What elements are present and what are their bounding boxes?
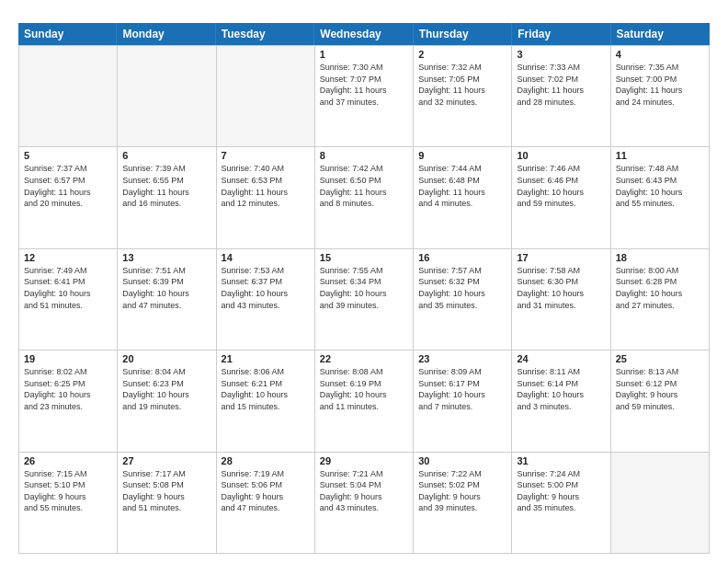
weekday-header-saturday: Saturday [611, 23, 710, 45]
day-number: 7 [222, 150, 310, 161]
calendar-week-2: 5Sunrise: 7:37 AMSunset: 6:57 PMDaylight… [18, 147, 710, 248]
day-number: 10 [517, 150, 605, 161]
day-number: 5 [24, 150, 112, 161]
day-cell-15: 15Sunrise: 7:55 AMSunset: 6:34 PMDayligh… [315, 249, 414, 350]
day-cell-2: 2Sunrise: 7:32 AMSunset: 7:05 PMDaylight… [414, 46, 512, 146]
day-cell-28: 28Sunrise: 7:19 AMSunset: 5:06 PMDayligh… [217, 453, 315, 553]
day-cell-25: 25Sunrise: 8:13 AMSunset: 6:12 PMDayligh… [611, 350, 710, 451]
weekday-header-thursday: Thursday [414, 23, 512, 45]
day-number: 19 [24, 353, 112, 364]
day-info: Sunrise: 7:22 AMSunset: 5:02 PMDaylight:… [418, 468, 506, 514]
day-cell-17: 17Sunrise: 7:58 AMSunset: 6:30 PMDayligh… [512, 249, 610, 350]
calendar-week-3: 12Sunrise: 7:49 AMSunset: 6:41 PMDayligh… [18, 249, 710, 350]
day-info: Sunrise: 7:49 AMSunset: 6:41 PMDaylight:… [24, 265, 112, 311]
weekday-header-tuesday: Tuesday [216, 23, 314, 45]
day-info: Sunrise: 7:42 AMSunset: 6:50 PMDaylight:… [320, 163, 408, 209]
day-number: 23 [418, 353, 506, 364]
day-info: Sunrise: 7:48 AMSunset: 6:43 PMDaylight:… [616, 163, 704, 209]
empty-cell [217, 46, 315, 146]
day-cell-1: 1Sunrise: 7:30 AMSunset: 7:07 PMDaylight… [315, 46, 414, 146]
day-number: 25 [616, 353, 704, 364]
day-info: Sunrise: 7:32 AMSunset: 7:05 PMDaylight:… [418, 62, 506, 108]
day-info: Sunrise: 8:09 AMSunset: 6:17 PMDaylight:… [418, 366, 506, 412]
day-cell-30: 30Sunrise: 7:22 AMSunset: 5:02 PMDayligh… [414, 453, 512, 553]
day-info: Sunrise: 7:53 AMSunset: 6:37 PMDaylight:… [222, 265, 310, 311]
day-number: 16 [418, 252, 506, 263]
day-number: 21 [222, 353, 310, 364]
day-number: 28 [222, 455, 310, 466]
day-cell-20: 20Sunrise: 8:04 AMSunset: 6:23 PMDayligh… [118, 350, 216, 451]
day-number: 24 [517, 353, 605, 364]
day-cell-9: 9Sunrise: 7:44 AMSunset: 6:48 PMDaylight… [414, 147, 512, 247]
day-cell-18: 18Sunrise: 8:00 AMSunset: 6:28 PMDayligh… [611, 249, 710, 350]
calendar-body: 1Sunrise: 7:30 AMSunset: 7:07 PMDaylight… [18, 45, 710, 554]
day-info: Sunrise: 7:15 AMSunset: 5:10 PMDaylight:… [24, 468, 112, 514]
day-cell-4: 4Sunrise: 7:35 AMSunset: 7:00 PMDaylight… [611, 46, 710, 146]
weekday-header-wednesday: Wednesday [314, 23, 413, 45]
day-number: 11 [616, 150, 704, 161]
calendar-week-5: 26Sunrise: 7:15 AMSunset: 5:10 PMDayligh… [18, 453, 710, 554]
day-info: Sunrise: 8:06 AMSunset: 6:21 PMDaylight:… [222, 366, 310, 412]
day-cell-10: 10Sunrise: 7:46 AMSunset: 6:46 PMDayligh… [512, 147, 610, 247]
day-info: Sunrise: 8:04 AMSunset: 6:23 PMDaylight:… [122, 366, 210, 412]
day-cell-11: 11Sunrise: 7:48 AMSunset: 6:43 PMDayligh… [611, 147, 710, 247]
calendar-header: SundayMondayTuesdayWednesdayThursdayFrid… [18, 23, 710, 45]
day-number: 9 [418, 150, 506, 161]
day-cell-26: 26Sunrise: 7:15 AMSunset: 5:10 PMDayligh… [19, 453, 118, 553]
calendar-week-1: 1Sunrise: 7:30 AMSunset: 7:07 PMDaylight… [18, 45, 710, 147]
day-cell-23: 23Sunrise: 8:09 AMSunset: 6:17 PMDayligh… [414, 350, 512, 451]
calendar-week-4: 19Sunrise: 8:02 AMSunset: 6:25 PMDayligh… [18, 350, 710, 452]
day-number: 8 [320, 150, 408, 161]
day-info: Sunrise: 7:19 AMSunset: 5:06 PMDaylight:… [222, 468, 310, 514]
day-cell-3: 3Sunrise: 7:33 AMSunset: 7:02 PMDaylight… [512, 46, 610, 146]
day-cell-14: 14Sunrise: 7:53 AMSunset: 6:37 PMDayligh… [217, 249, 315, 350]
day-info: Sunrise: 7:24 AMSunset: 5:00 PMDaylight:… [517, 468, 605, 514]
day-number: 12 [24, 252, 112, 263]
day-info: Sunrise: 7:35 AMSunset: 7:00 PMDaylight:… [616, 62, 704, 108]
day-number: 14 [222, 252, 310, 263]
day-number: 27 [122, 455, 210, 466]
empty-cell [611, 453, 710, 553]
day-number: 1 [320, 49, 408, 60]
day-number: 30 [418, 455, 506, 466]
day-info: Sunrise: 7:46 AMSunset: 6:46 PMDaylight:… [517, 163, 605, 209]
day-cell-5: 5Sunrise: 7:37 AMSunset: 6:57 PMDaylight… [19, 147, 118, 247]
day-number: 17 [517, 252, 605, 263]
day-cell-12: 12Sunrise: 7:49 AMSunset: 6:41 PMDayligh… [19, 249, 118, 350]
day-cell-16: 16Sunrise: 7:57 AMSunset: 6:32 PMDayligh… [414, 249, 512, 350]
day-number: 6 [122, 150, 210, 161]
weekday-header-friday: Friday [512, 23, 610, 45]
day-info: Sunrise: 8:02 AMSunset: 6:25 PMDaylight:… [24, 366, 112, 412]
day-number: 22 [320, 353, 408, 364]
day-info: Sunrise: 7:17 AMSunset: 5:08 PMDaylight:… [122, 468, 210, 514]
day-number: 4 [616, 49, 704, 60]
day-info: Sunrise: 7:55 AMSunset: 6:34 PMDaylight:… [320, 265, 408, 311]
day-number: 18 [616, 252, 704, 263]
empty-cell [19, 46, 118, 146]
day-cell-19: 19Sunrise: 8:02 AMSunset: 6:25 PMDayligh… [19, 350, 118, 451]
day-number: 13 [122, 252, 210, 263]
day-info: Sunrise: 7:51 AMSunset: 6:39 PMDaylight:… [122, 265, 210, 311]
day-info: Sunrise: 7:58 AMSunset: 6:30 PMDaylight:… [517, 265, 605, 311]
day-cell-13: 13Sunrise: 7:51 AMSunset: 6:39 PMDayligh… [118, 249, 216, 350]
day-number: 3 [517, 49, 605, 60]
day-info: Sunrise: 7:21 AMSunset: 5:04 PMDaylight:… [320, 468, 408, 514]
day-info: Sunrise: 7:30 AMSunset: 7:07 PMDaylight:… [320, 62, 408, 108]
day-info: Sunrise: 8:08 AMSunset: 6:19 PMDaylight:… [320, 366, 408, 412]
weekday-header-sunday: Sunday [18, 23, 117, 45]
day-info: Sunrise: 7:39 AMSunset: 6:55 PMDaylight:… [122, 163, 210, 209]
day-cell-22: 22Sunrise: 8:08 AMSunset: 6:19 PMDayligh… [315, 350, 414, 451]
day-cell-6: 6Sunrise: 7:39 AMSunset: 6:55 PMDaylight… [118, 147, 216, 247]
day-info: Sunrise: 7:37 AMSunset: 6:57 PMDaylight:… [24, 163, 112, 209]
day-number: 26 [24, 455, 112, 466]
day-info: Sunrise: 7:57 AMSunset: 6:32 PMDaylight:… [418, 265, 506, 311]
day-info: Sunrise: 8:11 AMSunset: 6:14 PMDaylight:… [517, 366, 605, 412]
day-cell-29: 29Sunrise: 7:21 AMSunset: 5:04 PMDayligh… [315, 453, 414, 553]
calendar: SundayMondayTuesdayWednesdayThursdayFrid… [18, 23, 710, 554]
day-info: Sunrise: 7:40 AMSunset: 6:53 PMDaylight:… [222, 163, 310, 209]
day-info: Sunrise: 7:33 AMSunset: 7:02 PMDaylight:… [517, 62, 605, 108]
day-info: Sunrise: 8:13 AMSunset: 6:12 PMDaylight:… [616, 366, 704, 412]
day-number: 15 [320, 252, 408, 263]
empty-cell [118, 46, 216, 146]
day-info: Sunrise: 7:44 AMSunset: 6:48 PMDaylight:… [418, 163, 506, 209]
